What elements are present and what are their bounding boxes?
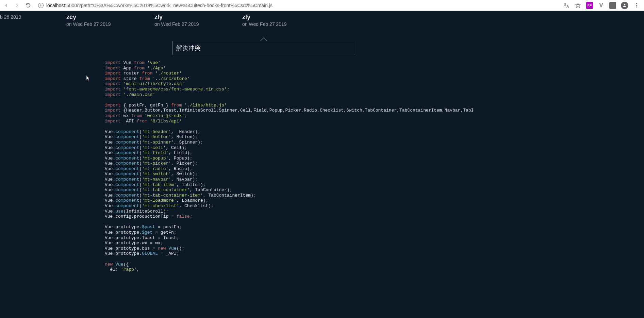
commit-marker[interactable]: b 26 2019 [0,14,21,20]
code-line: import router from './router' [105,71,637,76]
code-line: import Vue from 'vue' [105,60,637,66]
tooltip-arrow-icon [260,37,267,41]
code-line: Vue.prototype.GLOBAL = _API; [105,251,637,256]
browser-toolbar: i localhost:5000/?path=C%3A%5Cworks%5C20… [0,0,644,11]
code-line: Vue.prototype.Toast = Toast; [105,235,637,241]
code-line: import _API from '@/libs/api' [105,119,637,124]
code-line: Vue.prototype.wx = wx; [105,240,637,246]
translate-icon[interactable] [563,2,570,9]
code-line: Vue.component('mt-tab-item', TabItem); [105,182,637,188]
commit-marker[interactable]: zlyon Wed Feb 27 2019 [242,14,287,27]
svg-point-0 [624,4,626,5]
commit-author: zly [242,14,287,21]
commit-timeline: b 26 2019zcyon Wed Feb 27 2019zlyon Wed … [0,11,644,31]
commit-author: zcy [66,14,111,21]
address-bar[interactable]: i localhost:5000/?path=C%3A%5Cworks%5C20… [35,1,560,10]
code-line: Vue.config.productionTip = false; [105,214,637,219]
code-line: Vue.component('mt-tab-container-item', T… [105,193,637,198]
reload-button[interactable] [24,1,32,10]
code-line: Vue.prototype.$get = getFn; [105,230,637,235]
code-line: Vue.component('mt-loadmore', Loadmore); [105,198,637,203]
code-line: import App from './App' [105,66,637,71]
commit-marker[interactable]: zcyon Wed Feb 27 2019 [66,14,111,27]
code-line: Vue.component('mt-radio', Radio); [105,166,637,172]
code-line: new Vue({ [105,262,637,267]
code-line: import { postFn, getFn } from './libs/ht… [105,103,637,108]
code-line: import store from '../src/store' [105,76,637,82]
code-line: Vue.component('mt-checklist', Checklist)… [105,203,637,209]
code-line: Vue.component('mt-navbar', Navbar); [105,177,637,182]
code-line: Vue.component('mt-picker', Picker); [105,161,637,166]
mouse-cursor-icon [86,75,90,81]
code-line [105,124,637,129]
commit-date: on Wed Feb 27 2019 [242,21,287,27]
code-line: Vue.component('mt-button', Button); [105,134,637,140]
code-line [105,97,637,103]
code-view[interactable]: import Vue from 'vue'import App from './… [105,60,637,272]
bookmark-icon[interactable] [575,2,581,9]
forward-button[interactable] [13,1,21,10]
profile-avatar[interactable] [621,2,628,9]
code-line: Vue.component('mt-tab-container', TabCon… [105,187,637,193]
code-line: Vue.prototype.$post = postFn; [105,224,637,230]
code-line [105,256,637,262]
commit-tooltip: 解决冲突 [172,41,354,55]
code-line: Vue.component('mt-field', Field); [105,150,637,156]
code-line [105,219,637,225]
extension-grey-icon[interactable] [609,2,616,9]
commit-date: on Wed Feb 27 2019 [154,21,199,27]
code-line: Vue.prototype.bus = new Vue(); [105,246,637,251]
code-line: el: '#app', [105,267,637,272]
code-line: import 'mint-ui/lib/style.css' [105,81,637,87]
browser-actions: RP V [563,2,642,9]
code-line: Vue.component('mt-header', Header); [105,129,637,135]
code-line: Vue.component('mt-switch', Switch); [105,171,637,177]
code-line: import {Header,Button,Toast,InfiniteScro… [105,108,637,113]
code-line: Vue.component('mt-spinner', Spinner); [105,140,637,145]
code-line: Vue.component('mt-cell', Cell); [105,145,637,151]
back-button[interactable] [2,1,10,10]
extension-rp-icon[interactable]: RP [586,2,593,9]
commit-date: on Wed Feb 27 2019 [66,21,111,27]
site-info-icon[interactable]: i [38,3,44,8]
extension-vue-icon[interactable]: V [598,2,605,9]
code-line: Vue.component('mt-popup', Popup); [105,156,637,161]
url-text: localhost:5000/?path=C%3A%5Cworks%5C2018… [46,3,273,8]
code-line: import 'font-awesome/css/font-awesome.mi… [105,87,637,92]
code-line: Vue.use(InfiniteScroll); [105,209,637,214]
browser-menu-icon[interactable] [633,2,640,9]
commit-author: zly [154,14,199,21]
code-line: import wx from 'weixin-js-sdk'; [105,113,637,119]
code-line: import './main.css' [105,92,637,98]
tooltip-message: 解决冲突 [172,41,354,55]
commit-marker[interactable]: zlyon Wed Feb 27 2019 [154,14,199,27]
commit-date: b 26 2019 [0,14,21,20]
app-viewport: b 26 2019zcyon Wed Feb 27 2019zlyon Wed … [0,11,644,318]
